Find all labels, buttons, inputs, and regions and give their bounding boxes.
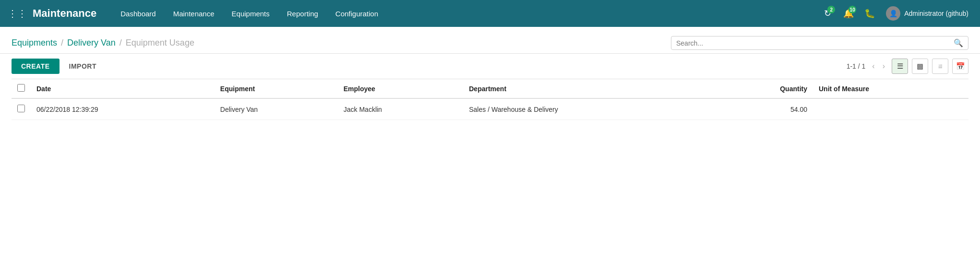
grid-view-icon: ◽ (936, 62, 945, 71)
create-button[interactable]: CREATE (12, 59, 60, 74)
breadcrumb: Equipments / Delivery Van / Equipment Us… (12, 38, 671, 48)
nav-menu: Dashboard Maintenance Equipments Reporti… (112, 0, 819, 27)
update-icon-btn[interactable]: ↻ 2 (819, 5, 836, 22)
row-employee: Jack Macklin (338, 98, 463, 120)
nav-reporting[interactable]: Reporting (278, 0, 327, 27)
breadcrumb-sep2: / (120, 38, 122, 48)
top-navigation: ⋮⋮ Maintenance Dashboard Maintenance Equ… (0, 0, 980, 27)
notification-icon-btn[interactable]: 🔔 10 (840, 5, 857, 22)
subheader: Equipments / Delivery Van / Equipment Us… (0, 27, 980, 54)
user-label: Administrator (github) (904, 10, 968, 17)
nav-dashboard[interactable]: Dashboard (112, 0, 164, 27)
import-button[interactable]: IMPORT (63, 59, 102, 74)
search-input[interactable] (676, 39, 952, 47)
th-employee: Employee (338, 79, 463, 99)
update-badge: 2 (827, 6, 835, 13)
app-logo[interactable]: Maintenance (33, 7, 96, 20)
nav-configuration[interactable]: Configuration (327, 0, 387, 27)
row-checkbox[interactable] (17, 105, 25, 112)
th-date: Date (31, 79, 215, 99)
pager-prev-button[interactable]: ‹ (869, 61, 877, 72)
table-container: Date Equipment Employee Department Quant… (0, 79, 980, 120)
view-grid-button[interactable]: ◽ (932, 59, 948, 74)
toolbar: CREATE IMPORT 1-1 / 1 ‹ › ☰ ▩ ◽ 📅 (0, 54, 980, 79)
th-select-all[interactable] (12, 79, 31, 99)
table-header-row: Date Equipment Employee Department Quant… (12, 79, 968, 99)
view-chart-button[interactable]: ▩ (912, 59, 928, 74)
row-date: 06/22/2018 12:39:29 (31, 98, 215, 120)
row-select-cell[interactable] (12, 98, 31, 120)
row-quantity: 54.00 (716, 98, 813, 120)
nav-maintenance[interactable]: Maintenance (165, 0, 223, 27)
topnav-right: ↻ 2 🔔 10 🐛 👤 Administrator (github) (819, 5, 972, 22)
view-list-button[interactable]: ☰ (892, 59, 908, 74)
chart-icon: ▩ (917, 62, 923, 71)
user-menu[interactable]: 👤 Administrator (github) (882, 6, 972, 21)
bug-icon: 🐛 (864, 8, 875, 19)
table-row[interactable]: 06/22/2018 12:39:29 Delivery Van Jack Ma… (12, 98, 968, 120)
breadcrumb-sep1: / (61, 38, 63, 48)
breadcrumb-delivery-van[interactable]: Delivery Van (67, 38, 116, 48)
search-bar[interactable]: 🔍 (671, 36, 968, 50)
breadcrumb-equipments[interactable]: Equipments (12, 38, 57, 48)
pager-info: 1-1 / 1 (847, 62, 866, 70)
th-department: Department (463, 79, 716, 99)
search-icon: 🔍 (954, 38, 963, 48)
view-calendar-button[interactable]: 📅 (952, 59, 968, 74)
toolbar-right: 1-1 / 1 ‹ › ☰ ▩ ◽ 📅 (847, 59, 968, 74)
avatar: 👤 (886, 6, 900, 21)
row-equipment: Delivery Van (215, 98, 338, 120)
bug-icon-btn[interactable]: 🐛 (861, 5, 878, 22)
equipment-usage-table: Date Equipment Employee Department Quant… (12, 79, 968, 120)
th-equipment: Equipment (215, 79, 338, 99)
th-quantity: Quantity (716, 79, 813, 99)
row-unit-of-measure (813, 98, 968, 120)
pager-next-button[interactable]: › (880, 61, 888, 72)
list-view-icon: ☰ (897, 62, 903, 71)
select-all-checkbox[interactable] (17, 84, 25, 92)
calendar-icon: 📅 (956, 62, 965, 71)
notification-badge: 10 (849, 6, 856, 13)
grid-icon[interactable]: ⋮⋮ (8, 8, 27, 19)
row-department: Sales / Warehouse & Delivery (463, 98, 716, 120)
th-unit-of-measure: Unit of Measure (813, 79, 968, 99)
breadcrumb-current: Equipment Usage (126, 38, 194, 48)
nav-equipments[interactable]: Equipments (223, 0, 278, 27)
